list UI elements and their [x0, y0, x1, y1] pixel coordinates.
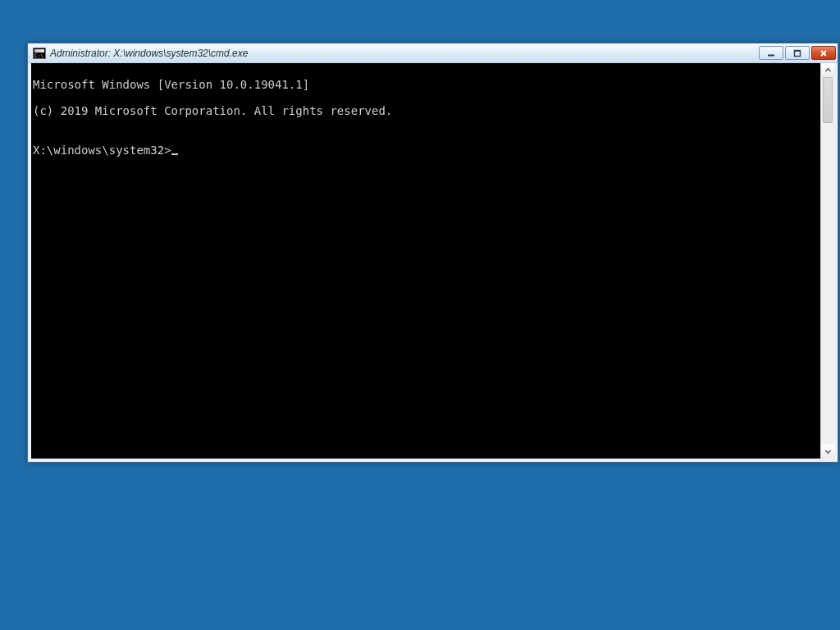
- window-controls: [759, 46, 836, 60]
- terminal-prompt[interactable]: X:\windows\system32>: [31, 144, 820, 157]
- minimize-button[interactable]: [759, 46, 783, 60]
- terminal-line: (c) 2019 Microsoft Corporation. All righ…: [31, 104, 820, 117]
- minimize-icon: [767, 49, 775, 57]
- window-title: Administrator: X:\windows\system32\cmd.e…: [50, 48, 754, 59]
- client-area: Microsoft Windows [Version 10.0.19041.1]…: [28, 63, 838, 462]
- prompt-text: X:\windows\system32>: [33, 144, 171, 157]
- cmd-icon: [33, 48, 46, 59]
- chevron-up-icon: [824, 66, 832, 74]
- scroll-track[interactable]: [821, 77, 834, 445]
- close-button[interactable]: [811, 46, 836, 60]
- cmd-window: Administrator: X:\windows\system32\cmd.e…: [27, 43, 838, 463]
- cursor: [171, 153, 178, 155]
- scroll-up-button[interactable]: [821, 63, 834, 77]
- terminal-line: Microsoft Windows [Version 10.0.19041.1]: [31, 78, 820, 91]
- vertical-scrollbar[interactable]: [820, 63, 834, 459]
- chevron-down-icon: [824, 448, 832, 455]
- scroll-thumb[interactable]: [823, 77, 833, 123]
- close-icon: [819, 49, 828, 57]
- maximize-button[interactable]: [785, 46, 810, 60]
- maximize-icon: [793, 49, 801, 57]
- scroll-down-button[interactable]: [821, 445, 834, 459]
- titlebar[interactable]: Administrator: X:\windows\system32\cmd.e…: [28, 43, 838, 63]
- terminal-output[interactable]: Microsoft Windows [Version 10.0.19041.1]…: [31, 63, 820, 459]
